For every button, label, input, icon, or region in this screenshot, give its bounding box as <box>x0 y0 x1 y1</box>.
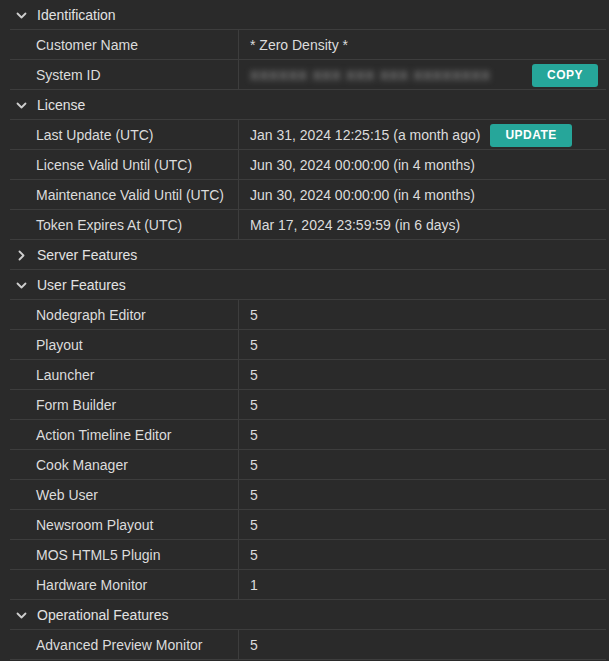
hardware-monitor-value: 1 <box>250 577 258 593</box>
launcher-value: 5 <box>250 367 258 383</box>
chevron-right-icon <box>15 249 28 262</box>
property-row-nodegraph-editor: Nodegraph Editor 5 <box>0 300 609 330</box>
property-label: Launcher <box>0 360 239 390</box>
property-row-advanced-preview-monitor: Advanced Preview Monitor 5 <box>0 630 609 660</box>
property-row-form-builder: Form Builder 5 <box>0 390 609 420</box>
section-label: Server Features <box>37 247 137 263</box>
property-value-cell: 5 <box>239 480 609 510</box>
property-row-hardware-monitor: Hardware Monitor 1 <box>0 570 609 600</box>
mos-html5-plugin-value: 5 <box>250 547 258 563</box>
property-row-maintenance-valid-until: Maintenance Valid Until (UTC) Jun 30, 20… <box>0 180 609 210</box>
system-id-value-masked: XXXXXX XXX XXX XXX XXXXXXXXX <box>250 68 490 83</box>
update-button[interactable]: UPDATE <box>490 124 571 147</box>
property-label: Maintenance Valid Until (UTC) <box>0 180 239 210</box>
nodegraph-editor-value: 5 <box>250 307 258 323</box>
property-label: Customer Name <box>0 30 239 60</box>
section-label: Identification <box>37 7 116 23</box>
section-header-operational-features[interactable]: Operational Features <box>0 600 609 630</box>
section-label: License <box>37 97 85 113</box>
property-row-newsroom-playout: Newsroom Playout 5 <box>0 510 609 540</box>
chevron-down-icon <box>15 9 28 22</box>
property-label: Form Builder <box>0 390 239 420</box>
property-value-cell: Jun 30, 2024 00:00:00 (in 4 months) <box>239 150 609 180</box>
section-label: Operational Features <box>37 607 169 623</box>
form-builder-value: 5 <box>250 397 258 413</box>
property-value-cell: Mar 17, 2024 23:59:59 (in 6 days) <box>239 210 609 240</box>
section-header-identification[interactable]: Identification <box>0 0 609 30</box>
property-value-cell: Jan 31, 2024 12:25:15 (a month ago) UPDA… <box>239 120 609 150</box>
playout-value: 5 <box>250 337 258 353</box>
property-row-license-valid-until: License Valid Until (UTC) Jun 30, 2024 0… <box>0 150 609 180</box>
last-update-value: Jan 31, 2024 12:25:15 (a month ago) <box>250 127 480 143</box>
property-value-cell: 5 <box>239 630 609 660</box>
chevron-down-icon <box>15 99 28 112</box>
license-valid-until-value: Jun 30, 2024 00:00:00 (in 4 months) <box>250 157 475 173</box>
section-label: User Features <box>37 277 126 293</box>
property-row-token-expires-at: Token Expires At (UTC) Mar 17, 2024 23:5… <box>0 210 609 240</box>
property-value-cell: XXXXXX XXX XXX XXX XXXXXXXXX COPY <box>239 60 609 90</box>
cook-manager-value: 5 <box>250 457 258 473</box>
property-row-system-id: System ID XXXXXX XXX XXX XXX XXXXXXXXX C… <box>0 60 609 90</box>
property-label: Web User <box>0 480 239 510</box>
token-expires-at-value: Mar 17, 2024 23:59:59 (in 6 days) <box>250 217 460 233</box>
property-value-cell: 5 <box>239 450 609 480</box>
property-value-cell: 5 <box>239 330 609 360</box>
property-row-playout: Playout 5 <box>0 330 609 360</box>
property-row-launcher: Launcher 5 <box>0 360 609 390</box>
copy-button[interactable]: COPY <box>532 64 598 87</box>
property-row-action-timeline-editor: Action Timeline Editor 5 <box>0 420 609 450</box>
chevron-down-icon <box>15 609 28 622</box>
property-label: Cook Manager <box>0 450 239 480</box>
property-label: Advanced Preview Monitor <box>0 630 239 660</box>
property-row-last-update: Last Update (UTC) Jan 31, 2024 12:25:15 … <box>0 120 609 150</box>
property-label: Playout <box>0 330 239 360</box>
property-row-cook-manager: Cook Manager 5 <box>0 450 609 480</box>
advanced-preview-monitor-value: 5 <box>250 637 258 653</box>
section-header-user-features[interactable]: User Features <box>0 270 609 300</box>
property-value-cell: 5 <box>239 300 609 330</box>
newsroom-playout-value: 5 <box>250 517 258 533</box>
property-label: System ID <box>0 60 239 90</box>
property-value-cell: 5 <box>239 540 609 570</box>
property-value-cell: * Zero Density * <box>239 30 609 60</box>
property-value-cell: Jun 30, 2024 00:00:00 (in 4 months) <box>239 180 609 210</box>
web-user-value: 5 <box>250 487 258 503</box>
property-value-cell: 1 <box>239 570 609 600</box>
property-value-cell: 5 <box>239 510 609 540</box>
customer-name-value: * Zero Density * <box>250 37 348 53</box>
license-property-table: Identification Customer Name * Zero Dens… <box>0 0 609 660</box>
property-row-mos-html5-plugin: MOS HTML5 Plugin 5 <box>0 540 609 570</box>
maintenance-valid-until-value: Jun 30, 2024 00:00:00 (in 4 months) <box>250 187 475 203</box>
property-label: Last Update (UTC) <box>0 120 239 150</box>
property-value-cell: 5 <box>239 360 609 390</box>
property-label: Action Timeline Editor <box>0 420 239 450</box>
chevron-down-icon <box>15 279 28 292</box>
property-label: Newsroom Playout <box>0 510 239 540</box>
property-row-customer-name: Customer Name * Zero Density * <box>0 30 609 60</box>
section-header-server-features[interactable]: Server Features <box>0 240 609 270</box>
property-value-cell: 5 <box>239 420 609 450</box>
property-row-web-user: Web User 5 <box>0 480 609 510</box>
section-header-license[interactable]: License <box>0 90 609 120</box>
property-label: Hardware Monitor <box>0 570 239 600</box>
property-label: License Valid Until (UTC) <box>0 150 239 180</box>
property-value-cell: 5 <box>239 390 609 420</box>
property-label: MOS HTML5 Plugin <box>0 540 239 570</box>
property-label: Token Expires At (UTC) <box>0 210 239 240</box>
property-label: Nodegraph Editor <box>0 300 239 330</box>
action-timeline-editor-value: 5 <box>250 427 258 443</box>
